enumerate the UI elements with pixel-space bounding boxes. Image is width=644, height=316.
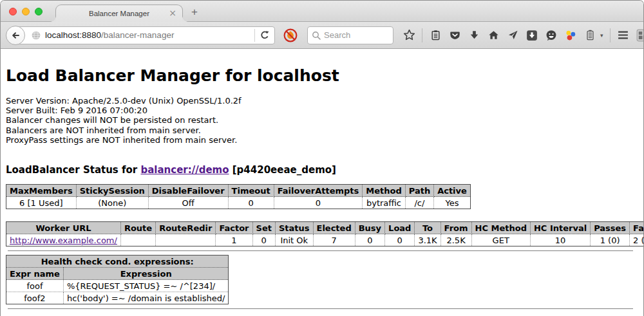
col-header-factor: Factor — [216, 222, 252, 234]
page-grid-icon — [636, 29, 644, 42]
col-header-set: Set — [252, 222, 275, 234]
balancer-demo-link[interactable]: balancer://demo — [140, 164, 229, 176]
tab-balancer-manager[interactable]: Balancer Manager × — [55, 5, 183, 22]
cell-factor: 1 — [216, 234, 252, 246]
content-blocked-button[interactable] — [283, 28, 298, 43]
downloads-button[interactable] — [468, 29, 480, 42]
col-header-to: To — [415, 222, 440, 234]
menu-button[interactable] — [617, 29, 630, 42]
zoom-window-button[interactable] — [35, 8, 43, 15]
toolbar-divider — [610, 28, 611, 42]
search-bar[interactable] — [307, 26, 393, 44]
video-download-addon-button[interactable] — [526, 29, 538, 42]
url-domain: localhost:8880 — [45, 30, 101, 40]
cell-hc-method: GET — [471, 234, 530, 246]
health-data-row: foof %{REQUEST_STATUS} =~ /^[234]/ — [6, 280, 229, 292]
download-arrow-icon — [469, 30, 480, 41]
url-text[interactable]: localhost:8880/balancer-manager — [45, 30, 174, 40]
cell-set: 0 — [252, 234, 275, 246]
tab-title: Balancer Manager — [89, 10, 149, 17]
health-caption-row: Health check cond. expressions: — [6, 256, 229, 268]
reload-button[interactable] — [255, 27, 274, 44]
battery-icon — [585, 30, 596, 41]
blocked-flash-icon — [283, 28, 298, 43]
url-bar[interactable]: localhost:8880/balancer-manager — [15, 26, 275, 44]
cell-route — [120, 234, 155, 246]
col-header-status: Status — [275, 222, 313, 234]
cell-status: Init Ok — [275, 234, 313, 246]
cell-disablefailover: Off — [148, 197, 228, 209]
cell-expr-name: foof — [6, 280, 64, 292]
tab-strip: Balancer Manager × + — [1, 1, 643, 22]
close-window-button[interactable] — [9, 8, 17, 15]
health-header-row: Expr name Expression — [6, 268, 229, 280]
overflow-caret-icon[interactable]: ▾ — [600, 32, 603, 39]
tab-close-icon[interactable]: × — [169, 8, 176, 17]
col-header-disablefailover: DisableFailover — [148, 185, 228, 197]
col-header-hc-interval: HC Interval — [530, 222, 590, 234]
cell-busy: 0 — [355, 234, 384, 246]
balancer-settings-table: MaxMembers StickySession DisableFailover… — [6, 184, 471, 209]
col-header-active: Active — [434, 185, 471, 197]
pocket-icon — [450, 30, 460, 41]
cell-expression: hc('body') =~ /domain is established/ — [63, 292, 229, 304]
col-header-stickysession: StickySession — [76, 185, 148, 197]
col-header-busy: Busy — [355, 222, 384, 234]
col-header-fails: Fails — [630, 222, 643, 234]
server-version-line: Server Version: Apache/2.5.0-dev (Unix) … — [6, 96, 638, 106]
note-proxypass-line: ProxyPass settings are NOT inherited fro… — [6, 135, 638, 145]
cell-elected: 7 — [313, 234, 355, 246]
dark-square-download-icon — [526, 30, 538, 41]
worker-status-table: Worker URL Route RouteRedir Factor Set S… — [6, 221, 643, 246]
search-input[interactable] — [324, 30, 388, 40]
minimize-window-button[interactable] — [22, 8, 30, 15]
col-header-route: Route — [120, 222, 155, 234]
battery-addon-button[interactable] — [583, 29, 596, 42]
share-button[interactable] — [506, 29, 519, 42]
reading-list-button[interactable] — [429, 29, 442, 42]
server-built-line: Server Built: Feb 9 2016 07:00:20 — [6, 106, 638, 115]
hamburger-menu-icon — [617, 29, 629, 41]
bookmark-star-button[interactable] — [402, 29, 415, 42]
cell-load: 0 — [385, 234, 415, 246]
page-title: Load Balancer Manager for localhost — [6, 49, 638, 85]
pocket-button[interactable] — [448, 29, 461, 42]
balancer-data-row: 6 [1 Used] (None) Off 0 0 bytraffic /c/ … — [6, 197, 471, 209]
status-heading-prefix: LoadBalancer Status for — [6, 164, 140, 176]
cell-active: Yes — [434, 197, 471, 209]
col-header-worker-url: Worker URL — [6, 222, 121, 234]
worker-data-row: http://www.example.com/ 1 0 Init Ok 7 0 … — [6, 234, 644, 246]
health-table-caption: Health check cond. expressions: — [6, 256, 229, 268]
cell-expression: %{REQUEST_STATUS} =~ /^[234]/ — [63, 280, 229, 292]
cell-timeout: 0 — [228, 197, 274, 209]
cell-routeredir — [156, 234, 216, 246]
balancer-status-heading: LoadBalancer Status for balancer://demo … — [6, 164, 638, 176]
colored-dots-addon-button[interactable] — [564, 29, 577, 42]
status-heading-suffix: [p4420eeae_demo] — [229, 164, 336, 176]
home-button[interactable] — [487, 29, 500, 42]
new-tab-button[interactable]: + — [191, 6, 198, 19]
cell-from: 2.5K — [440, 234, 471, 246]
cell-to: 3.1K — [415, 234, 440, 246]
cell-path: /c/ — [405, 197, 433, 209]
note-persist-line: Balancer changes will NOT be persisted o… — [6, 115, 638, 125]
col-header-expression: Expression — [63, 268, 229, 280]
traffic-lights — [9, 8, 43, 15]
col-header-timeout: Timeout — [228, 185, 274, 197]
home-icon — [488, 30, 499, 41]
worker-url-link[interactable]: http://www.example.com/ — [10, 236, 117, 245]
colored-dots-icon — [565, 30, 576, 41]
clipboard-icon — [430, 30, 441, 41]
back-button[interactable] — [6, 26, 25, 45]
toolbar-divider — [422, 28, 422, 42]
tab-groups-button[interactable] — [636, 29, 644, 42]
balancer-header-row: MaxMembers StickySession DisableFailover… — [6, 185, 471, 197]
url-path: /balancer-manager — [101, 30, 174, 40]
paper-plane-icon — [507, 30, 518, 41]
page-bottom-divider — [8, 308, 633, 310]
col-header-path: Path — [405, 185, 433, 197]
feedback-addon-button[interactable] — [545, 29, 558, 42]
search-icon — [312, 31, 321, 40]
reload-icon — [260, 30, 270, 41]
cell-hc-interval: 10 — [530, 234, 590, 246]
